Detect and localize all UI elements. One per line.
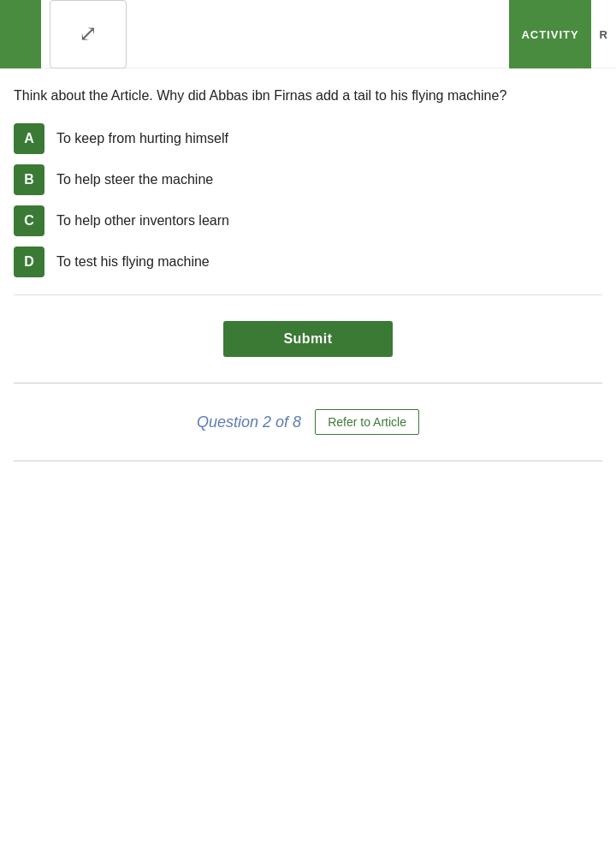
activity-badge-area: ACTIVITY R <box>509 0 616 68</box>
move-icon: ⤢ <box>79 21 98 47</box>
option-b[interactable]: B To help steer the machine <box>14 164 602 195</box>
main-content: Think about the Article. Why did Abbas i… <box>0 68 616 478</box>
option-d-label: To test his flying machine <box>56 254 210 270</box>
bottom-divider-bottom <box>14 461 602 461</box>
badge-d: D <box>14 247 44 277</box>
activity-button[interactable]: ACTIVITY <box>509 0 590 68</box>
top-bar: ⤢ ACTIVITY R <box>0 0 616 68</box>
option-b-label: To help steer the machine <box>56 172 213 187</box>
option-d[interactable]: D To test his flying machine <box>14 247 602 277</box>
bottom-section: Question 2 of 8 Refer to Article <box>14 383 602 461</box>
option-c-label: To help other inventors learn <box>56 213 229 229</box>
badge-b: B <box>14 164 44 195</box>
refer-article-button[interactable]: Refer to Article <box>315 409 419 435</box>
question-counter: Question 2 of 8 <box>197 413 301 431</box>
submit-container: Submit <box>14 321 602 357</box>
badge-a: A <box>14 123 44 154</box>
option-a[interactable]: A To keep from hurting himself <box>14 123 602 154</box>
top-bar-green-block <box>0 0 41 68</box>
bottom-divider-top <box>14 383 602 383</box>
option-c[interactable]: C To help other inventors learn <box>14 205 602 236</box>
badge-c: C <box>14 205 44 236</box>
move-icon-container[interactable]: ⤢ <box>50 0 127 68</box>
question-nav: Question 2 of 8 Refer to Article <box>14 401 602 443</box>
submit-button[interactable]: Submit <box>223 321 392 357</box>
divider-top <box>14 294 602 295</box>
option-a-label: To keep from hurting himself <box>56 131 228 146</box>
question-prompt: Think about the Article. Why did Abbas i… <box>14 86 602 106</box>
r-button[interactable]: R <box>591 0 616 68</box>
